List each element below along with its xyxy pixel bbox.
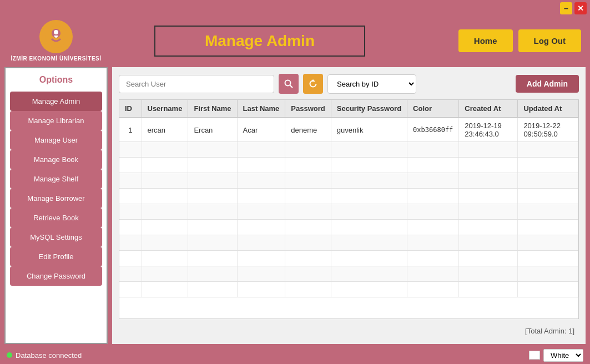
sidebar-btn-manage-shelf[interactable]: Manage Shelf <box>10 169 102 189</box>
cell-id: 1 <box>119 118 142 142</box>
header-buttons: Home Log Out <box>458 29 581 52</box>
sidebar-buttons-container: Manage AdminManage LibrarianManage UserM… <box>10 92 102 286</box>
theme-color-preview <box>529 351 540 360</box>
col-header-updated-at: Updated At <box>518 100 578 118</box>
cell-first-name: Ercan <box>188 118 237 142</box>
cell-created-at: 2019-12-19 23:46:43.0 <box>459 118 518 142</box>
table-body: 1ercanErcanAcardenemeguvenlik0xb36680ff2… <box>119 118 578 297</box>
col-header-color: Color <box>407 100 459 118</box>
table-row-empty <box>119 204 578 220</box>
col-header-security-password: Security Password <box>331 100 407 118</box>
db-status: Database connected <box>7 351 82 360</box>
col-header-created-at: Created At <box>459 100 518 118</box>
sidebar-btn-retrieve-book[interactable]: Retrieve Book <box>10 208 102 228</box>
col-header-password: Password <box>285 100 331 118</box>
status-dot <box>7 352 12 358</box>
table-row-empty <box>119 173 578 189</box>
search-button[interactable] <box>279 74 299 94</box>
table-row-empty <box>119 189 578 204</box>
table-row-empty <box>119 235 578 251</box>
university-name: İZMİR EKONOMİ ÜNİVERSİTESİ <box>11 55 101 62</box>
toolbar: Search by IDSearch by UsernameSearch by … <box>119 74 579 94</box>
col-header-first-name: First Name <box>188 100 237 118</box>
sidebar-btn-manage-book[interactable]: Manage Book <box>10 150 102 169</box>
sidebar-btn-mysql-settings[interactable]: MySQL Settings <box>10 228 102 247</box>
table-row-empty <box>119 251 578 266</box>
search-input[interactable] <box>119 75 274 93</box>
col-header-username: Username <box>142 100 188 118</box>
refresh-button[interactable] <box>303 74 323 94</box>
table-row-empty <box>119 142 578 158</box>
svg-point-3 <box>285 80 291 86</box>
sidebar-btn-manage-admin[interactable]: Manage Admin <box>10 92 102 111</box>
cell-color: 0xb36680ff <box>407 118 459 142</box>
theme-selector: White <box>529 349 583 362</box>
titlebar: – ✕ <box>0 0 590 17</box>
table-row-empty <box>119 158 578 173</box>
svg-marker-5 <box>311 79 315 82</box>
content-area: Search by IDSearch by UsernameSearch by … <box>112 67 586 344</box>
table-container: IDUsernameFirst NameLast NamePasswordSec… <box>119 99 579 319</box>
theme-dropdown[interactable]: White <box>543 349 583 362</box>
cell-security-password: guvenlik <box>331 118 407 142</box>
table-row-empty <box>119 266 578 282</box>
main-area: Options Manage AdminManage LibrarianMana… <box>0 65 590 346</box>
table-row-empty <box>119 282 578 297</box>
sidebar-btn-manage-librarian[interactable]: Manage Librarian <box>10 111 102 130</box>
total-label: [Total Admin: 1] <box>119 325 579 337</box>
admin-table: IDUsernameFirst NameLast NamePasswordSec… <box>119 100 578 297</box>
university-logo <box>39 20 73 53</box>
logout-button[interactable]: Log Out <box>518 29 581 52</box>
col-header-id: ID <box>119 100 142 118</box>
sidebar-title: Options <box>10 73 102 89</box>
sidebar-btn-edit-profile[interactable]: Edit Profile <box>10 247 102 266</box>
table-row[interactable]: 1ercanErcanAcardenemeguvenlik0xb36680ff2… <box>119 118 578 142</box>
svg-point-2 <box>54 30 58 34</box>
footer: Database connected White <box>0 346 590 364</box>
sidebar-btn-change-password[interactable]: Change Password <box>10 266 102 286</box>
table-header-row: IDUsernameFirst NameLast NamePasswordSec… <box>119 100 578 118</box>
app-title: Manage Admin <box>205 32 315 49</box>
sidebar-btn-manage-user[interactable]: Manage User <box>10 130 102 150</box>
col-header-last-name: Last Name <box>237 100 285 118</box>
svg-line-4 <box>290 85 293 88</box>
db-status-text: Database connected <box>16 351 82 360</box>
home-button[interactable]: Home <box>458 29 513 52</box>
app-title-box: Manage Admin <box>154 26 365 57</box>
add-admin-button[interactable]: Add Admin <box>516 75 579 93</box>
cell-username: ercan <box>142 118 188 142</box>
close-button[interactable]: ✕ <box>574 2 587 14</box>
cell-updated-at: 2019-12-22 09:50:59.0 <box>518 118 578 142</box>
cell-last-name: Acar <box>237 118 285 142</box>
sidebar: Options Manage AdminManage LibrarianMana… <box>4 67 108 344</box>
cell-password: deneme <box>285 118 331 142</box>
table-row-empty <box>119 220 578 235</box>
minimize-button[interactable]: – <box>560 2 572 14</box>
header: İZMİR EKONOMİ ÜNİVERSİTESİ Manage Admin … <box>0 17 590 65</box>
logo-area: İZMİR EKONOMİ ÜNİVERSİTESİ <box>9 20 103 62</box>
search-by-dropdown[interactable]: Search by IDSearch by UsernameSearch by … <box>327 74 416 94</box>
sidebar-btn-manage-borrower[interactable]: Manage Borrower <box>10 189 102 208</box>
